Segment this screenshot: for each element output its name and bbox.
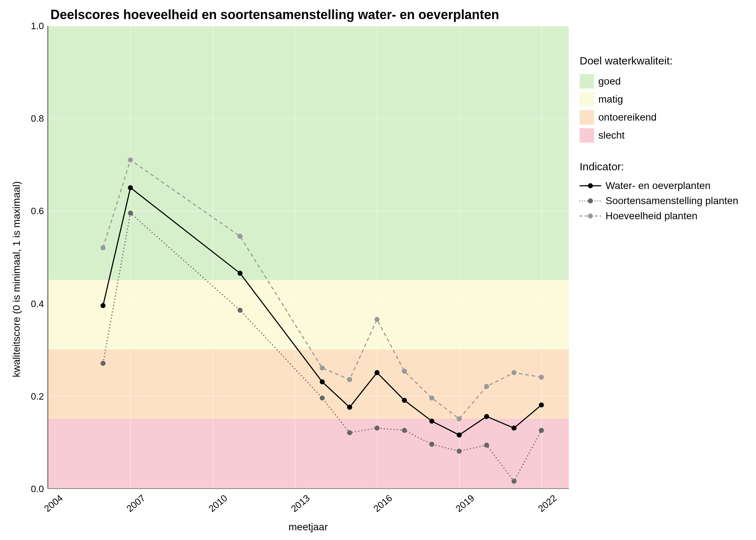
x-axis-ticks: 2004200720102013201620192022 [48, 489, 569, 518]
y-axis-ticks: 1.00.80.60.40.20.0 [26, 26, 48, 489]
legend-series-label: Soortensamenstelling planten [606, 195, 738, 207]
gridline-vertical [130, 26, 131, 488]
plot-container: kwaliteitscore (0 is minimaal, 1 is maxi… [7, 26, 569, 533]
legend-series-label: Water- en oeverplanten [606, 180, 711, 192]
gridline-horizontal [48, 26, 569, 26]
legend-band-label: matig [598, 94, 623, 105]
legend-swatch [580, 110, 594, 125]
gridline-vertical [459, 26, 460, 488]
legend-series-title: Indicator: [580, 161, 749, 173]
gridline-horizontal [48, 211, 569, 211]
legend-swatch [580, 92, 594, 107]
x-tick-label: 2019 [454, 492, 477, 514]
chart-title: Deelscores hoeveelheid en soortensamenst… [7, 7, 749, 22]
gridline-vertical [377, 26, 377, 488]
gridline-vertical [48, 26, 49, 488]
plot-with-axes: 1.00.80.60.40.20.0 200420072010201320162… [26, 26, 569, 533]
legend-band-item: ontoereikend [580, 110, 749, 125]
svg-point-3 [588, 198, 593, 203]
quality-band-ontoereikend [48, 350, 569, 419]
legend-band-label: ontoereikend [598, 112, 657, 123]
y-axis-label: kwaliteitscore (0 is minimaal, 1 is maxi… [7, 26, 26, 533]
legend-band-item: slecht [580, 128, 749, 143]
main-area: kwaliteitscore (0 is minimaal, 1 is maxi… [7, 26, 749, 533]
legend-band-label: slecht [598, 130, 625, 141]
legend-band-label: goed [598, 76, 621, 87]
gridline-vertical [541, 26, 542, 488]
quality-band-goed [48, 26, 569, 280]
gridline-horizontal [48, 396, 569, 396]
legend-bands-title: Doel waterkwaliteit: [580, 55, 749, 67]
svg-point-5 [588, 213, 593, 219]
gridline-horizontal [48, 118, 569, 119]
legend-series-items: Water- en oeverplantenSoortensamenstelli… [580, 180, 749, 222]
x-tick-label: 2013 [289, 492, 312, 514]
legend-series-item: Water- en oeverplanten [580, 180, 749, 192]
legend-series-label: Hoeveelheid planten [606, 210, 697, 222]
x-tick-label: 2004 [42, 492, 65, 514]
legend-line-sample [580, 180, 601, 191]
legend-swatch [580, 74, 594, 89]
x-axis-label: meetjaar [48, 518, 569, 533]
legend-band-item: matig [580, 92, 749, 107]
plot-area [48, 26, 569, 489]
legend-series-item: Soortensamenstelling planten [580, 195, 749, 207]
legend-bands-items: goedmatigontoereikendslecht [580, 74, 749, 143]
quality-band-slecht [48, 419, 569, 488]
legend-line-sample [580, 195, 601, 206]
legend-line-sample [580, 211, 601, 221]
x-tick-label: 2010 [207, 492, 230, 514]
x-tick-label: 2022 [536, 492, 559, 514]
chart-wrapper: Deelscores hoeveelheid en soortensamenst… [7, 7, 749, 533]
plot-row: 1.00.80.60.40.20.0 [26, 26, 569, 489]
gridline-horizontal [48, 488, 569, 489]
gridline-vertical [295, 26, 295, 488]
gridline-horizontal [48, 303, 569, 303]
legend-swatch [580, 128, 594, 143]
legend-series-item: Hoeveelheid planten [580, 210, 749, 222]
legend: Doel waterkwaliteit: goedmatigontoereike… [569, 26, 749, 533]
x-tick-label: 2016 [371, 492, 394, 514]
legend-band-item: goed [580, 74, 749, 89]
gridline-vertical [213, 26, 213, 488]
quality-band-matig [48, 280, 569, 350]
svg-point-1 [588, 183, 593, 188]
x-tick-label: 2007 [124, 492, 147, 514]
